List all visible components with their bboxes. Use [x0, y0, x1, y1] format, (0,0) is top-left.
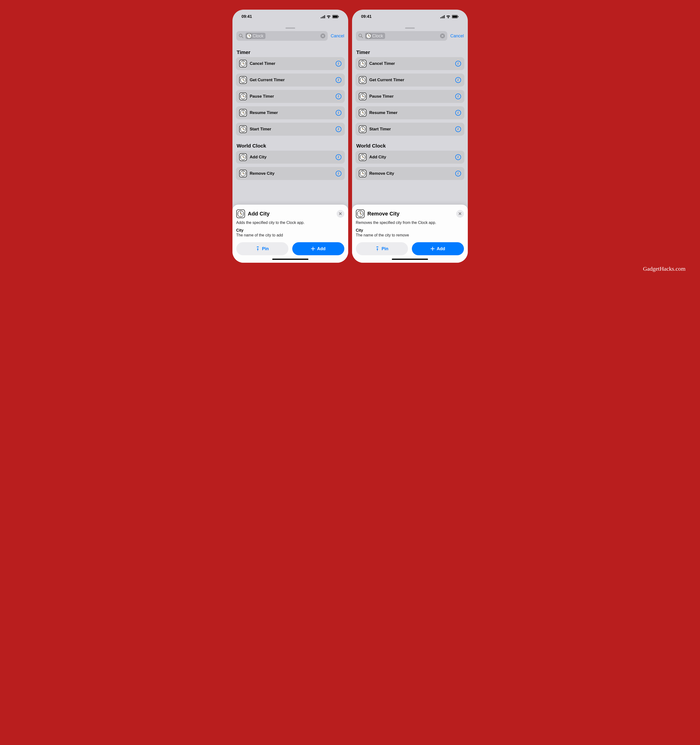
- clear-search-button[interactable]: [440, 33, 445, 38]
- info-icon[interactable]: i: [336, 94, 342, 99]
- pin-button[interactable]: Pin: [236, 242, 288, 255]
- clock-app-icon: [239, 76, 247, 84]
- detail-header: Add City ✕: [236, 209, 344, 218]
- phone-right: 09:41 Clock Cancel: [352, 10, 468, 263]
- action-label: Pause Timer: [250, 94, 333, 99]
- action-label: Start Timer: [250, 127, 333, 132]
- clock-app-icon: [359, 93, 367, 100]
- actions-sheet: Clock Cancel Timer Cancel Timer i Get Cu…: [352, 25, 468, 263]
- add-button[interactable]: Add: [292, 242, 344, 255]
- pin-button[interactable]: Pin: [356, 242, 408, 255]
- info-icon[interactable]: i: [455, 171, 461, 177]
- clock-app-icon: [359, 76, 367, 84]
- signal-icon: [440, 15, 445, 18]
- clock-app-icon: [239, 109, 247, 117]
- cancel-search-button[interactable]: Cancel: [331, 33, 344, 39]
- section-header-world-clock: World Clock: [236, 139, 345, 151]
- section-header-world-clock: World Clock: [355, 139, 465, 151]
- action-label: Remove City: [369, 171, 453, 176]
- action-resume-timer[interactable]: Resume Timer i: [355, 106, 465, 119]
- action-label: Get Current Timer: [250, 78, 333, 82]
- clock-app-icon: [359, 109, 367, 117]
- action-label: Remove City: [250, 171, 333, 176]
- action-label: Add City: [250, 155, 333, 160]
- detail-title: Add City: [248, 211, 334, 217]
- clock-app-icon: [359, 153, 367, 161]
- clock-app-icon: [359, 125, 367, 133]
- action-start-timer[interactable]: Start Timer i: [236, 123, 345, 136]
- info-icon[interactable]: i: [455, 110, 461, 116]
- action-get-current-timer[interactable]: Get Current Timer i: [355, 73, 465, 87]
- action-resume-timer[interactable]: Resume Timer i: [236, 106, 345, 119]
- action-label: Cancel Timer: [250, 61, 333, 66]
- info-icon[interactable]: i: [336, 61, 342, 67]
- action-get-current-timer[interactable]: Get Current Timer i: [236, 73, 345, 87]
- clear-search-button[interactable]: [321, 33, 325, 38]
- info-icon[interactable]: i: [455, 154, 461, 160]
- action-cancel-timer[interactable]: Cancel Timer i: [355, 57, 465, 70]
- search-token-label: Clock: [372, 33, 383, 39]
- action-remove-city[interactable]: Remove City i: [236, 167, 345, 180]
- info-icon[interactable]: i: [336, 171, 342, 177]
- param-description: The name of the city to remove: [356, 233, 464, 238]
- action-label: Cancel Timer: [369, 61, 453, 66]
- info-icon[interactable]: i: [455, 77, 461, 83]
- action-add-city[interactable]: Add City i: [355, 151, 465, 164]
- action-add-city[interactable]: Add City i: [236, 151, 345, 164]
- wifi-icon: [327, 15, 331, 19]
- clock-app-icon: [236, 209, 245, 218]
- info-icon[interactable]: i: [455, 126, 461, 132]
- search-token[interactable]: Clock: [246, 33, 265, 39]
- actions-sheet: Clock Cancel Timer Cancel Timer i Get Cu…: [232, 25, 348, 263]
- action-pause-timer[interactable]: Pause Timer i: [355, 90, 465, 103]
- search-icon: [239, 33, 244, 38]
- detail-title: Remove City: [367, 211, 453, 217]
- cancel-search-button[interactable]: Cancel: [450, 33, 464, 39]
- phones-row: 09:41 Clock Cancel: [232, 10, 468, 263]
- search-field[interactable]: Clock: [236, 31, 328, 41]
- status-time: 09:41: [361, 14, 372, 19]
- param-description: The name of the city to add: [236, 233, 344, 238]
- clock-app-icon: [239, 170, 247, 177]
- section-header-timer: Timer: [236, 46, 345, 57]
- sheet-grabber[interactable]: [405, 27, 415, 29]
- search-row: Clock Cancel: [352, 30, 468, 44]
- status-icons: [321, 15, 339, 19]
- action-pause-timer[interactable]: Pause Timer i: [236, 90, 345, 103]
- sheet-grabber[interactable]: [285, 27, 295, 29]
- clock-app-icon: [239, 153, 247, 161]
- clock-app-icon: [356, 209, 364, 218]
- info-icon[interactable]: i: [455, 94, 461, 99]
- plus-icon: [311, 247, 315, 251]
- home-indicator[interactable]: [392, 259, 428, 260]
- search-icon: [358, 33, 363, 38]
- action-remove-city[interactable]: Remove City i: [355, 167, 465, 180]
- clock-app-icon: [239, 93, 247, 100]
- clock-app-icon: [359, 60, 367, 67]
- status-icons: [440, 15, 459, 19]
- detail-description: Adds the specified city to the Clock app…: [236, 220, 344, 225]
- battery-icon: [332, 15, 339, 18]
- info-icon[interactable]: i: [455, 61, 461, 67]
- search-field[interactable]: Clock: [356, 31, 448, 41]
- info-icon[interactable]: i: [336, 126, 342, 132]
- home-indicator[interactable]: [272, 259, 309, 260]
- search-token[interactable]: Clock: [365, 33, 385, 39]
- pin-icon: [256, 247, 260, 251]
- action-cancel-timer[interactable]: Cancel Timer i: [236, 57, 345, 70]
- action-start-timer[interactable]: Start Timer i: [355, 123, 465, 136]
- info-icon[interactable]: i: [336, 110, 342, 116]
- close-icon: ✕: [458, 211, 462, 217]
- info-icon[interactable]: i: [336, 77, 342, 83]
- status-bar: 09:41: [352, 10, 468, 24]
- action-detail-sheet: Add City ✕ Adds the specified city to th…: [232, 205, 348, 263]
- param-label: City: [356, 228, 464, 233]
- pin-icon: [375, 247, 379, 251]
- close-button[interactable]: ✕: [456, 210, 464, 218]
- close-icon: ✕: [339, 211, 342, 217]
- close-button[interactable]: ✕: [337, 210, 344, 218]
- plus-icon: [430, 247, 435, 251]
- info-icon[interactable]: i: [336, 154, 342, 160]
- battery-icon: [452, 15, 459, 18]
- add-button[interactable]: Add: [412, 242, 464, 255]
